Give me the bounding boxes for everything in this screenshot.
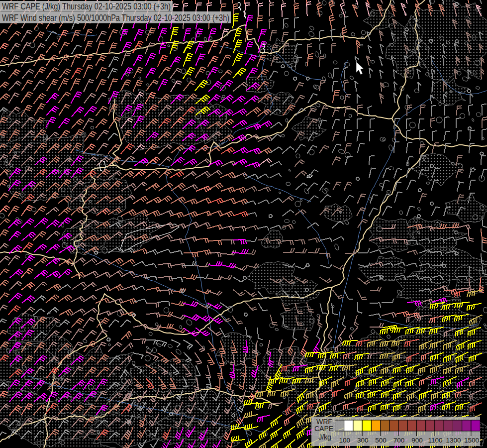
svg-text:WRF Wind shear (m/s) 500/1000h: WRF Wind shear (m/s) 500/1000hPa Thursda… xyxy=(2,12,229,23)
svg-text:900: 900 xyxy=(411,437,423,444)
svg-text:1500: 1500 xyxy=(464,437,479,444)
svg-text:J/kg: J/kg xyxy=(318,433,331,441)
svg-text:500: 500 xyxy=(375,437,387,444)
svg-text:700: 700 xyxy=(393,437,405,444)
svg-text:100: 100 xyxy=(339,437,350,444)
svg-text:1100: 1100 xyxy=(428,437,442,444)
svg-text:WRF CAPE (J/kg) Thursday 02-10: WRF CAPE (J/kg) Thursday 02-10-2025 03:0… xyxy=(2,1,171,11)
svg-text:300: 300 xyxy=(357,437,369,444)
svg-text:CAPE: CAPE xyxy=(314,425,333,433)
svg-text:1300: 1300 xyxy=(446,437,461,444)
